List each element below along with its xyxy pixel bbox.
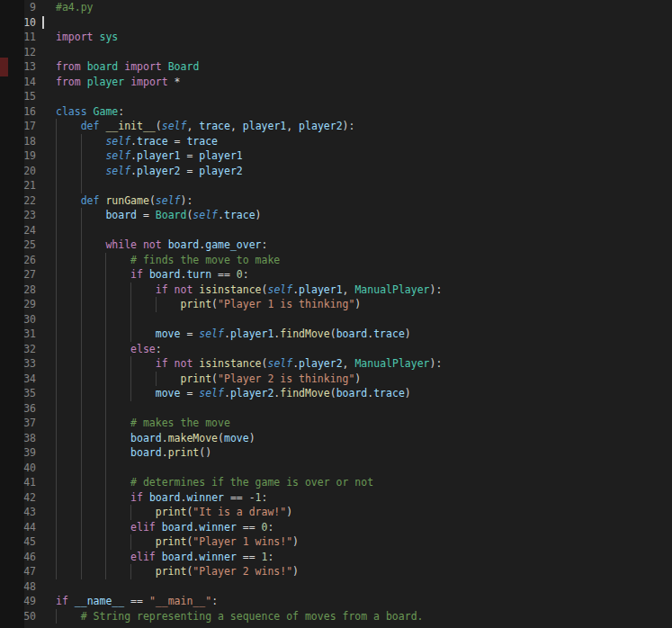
code-line-text[interactable]: while not board.game_over: — [36, 238, 267, 253]
line-number[interactable]: 41 — [0, 475, 36, 490]
code-line-text[interactable] — [36, 15, 56, 31]
code-line-text[interactable]: if __name__ == "__main__": — [36, 594, 218, 609]
code-line[interactable]: 36 — [0, 401, 672, 417]
code-line[interactable]: 15 — [0, 89, 672, 104]
code-line-text[interactable]: #a4.py — [36, 0, 94, 15]
line-number[interactable]: 22 — [0, 193, 36, 209]
code-line[interactable]: 33if not isinstance(self.player2, Manual… — [0, 356, 672, 372]
code-line[interactable]: 35move = self.player2.findMove(board.tra… — [0, 386, 672, 401]
line-number[interactable]: 25 — [0, 238, 36, 253]
line-number[interactable]: 10 — [0, 15, 36, 31]
line-number[interactable]: 37 — [0, 416, 36, 431]
code-line[interactable]: 44elif board.winner == 0: — [0, 520, 672, 535]
line-number[interactable]: 49 — [0, 594, 36, 609]
code-line-text[interactable]: board = Board(self.trace) — [36, 208, 262, 223]
code-line-text[interactable] — [36, 312, 156, 327]
code-line[interactable]: 20self.player2 = player2 — [0, 164, 672, 179]
code-line-text[interactable]: # determines if the game is over or not — [36, 475, 373, 490]
code-line-text[interactable]: self.player2 = player2 — [36, 164, 243, 179]
line-number[interactable]: 15 — [0, 89, 36, 104]
code-line[interactable]: 28if not isinstance(self.player1, Manual… — [0, 283, 672, 298]
code-line-text[interactable]: board.makeMove(move) — [36, 431, 255, 446]
code-line[interactable]: 49if __name__ == "__main__": — [0, 594, 672, 609]
code-line[interactable]: 37# makes the move — [0, 416, 672, 431]
code-line-text[interactable]: print("Player 1 wins!") — [36, 534, 299, 550]
line-number[interactable]: 36 — [0, 401, 36, 417]
code-line[interactable]: 10 — [0, 15, 672, 31]
line-number[interactable]: 14 — [0, 75, 36, 90]
code-line[interactable]: 18self.trace = trace — [0, 134, 672, 149]
code-line-text[interactable]: def runGame(self): — [36, 193, 193, 209]
code-line-text[interactable]: print("It is a draw!") — [36, 505, 292, 520]
code-line[interactable]: 50# String representing a sequence of mo… — [0, 609, 672, 624]
code-line-text[interactable]: else: — [36, 342, 162, 357]
code-line-text[interactable] — [36, 45, 56, 60]
code-line[interactable]: 22def runGame(self): — [0, 193, 672, 209]
line-number[interactable]: 48 — [0, 579, 36, 595]
code-line[interactable]: 38board.makeMove(move) — [0, 431, 672, 446]
code-line-text[interactable]: if board.winner == -1: — [36, 490, 267, 506]
code-line[interactable]: 29print("Player 1 is thinking") — [0, 297, 672, 312]
line-number[interactable]: 35 — [0, 386, 36, 401]
line-number[interactable]: 38 — [0, 431, 36, 446]
line-number[interactable]: 27 — [0, 267, 36, 283]
code-line[interactable]: 48 — [0, 579, 672, 595]
code-line-text[interactable] — [36, 579, 56, 595]
line-number[interactable]: 11 — [0, 30, 36, 45]
code-line-text[interactable]: elif board.winner == 0: — [36, 520, 273, 535]
code-line-text[interactable] — [36, 461, 130, 476]
code-line-text[interactable] — [36, 223, 105, 238]
line-number[interactable]: 50 — [0, 609, 36, 624]
line-number[interactable]: 23 — [0, 208, 36, 223]
line-number[interactable]: 42 — [0, 490, 36, 506]
line-number[interactable]: 34 — [0, 372, 36, 387]
code-line-text[interactable]: if not isinstance(self.player1, ManualPl… — [36, 283, 442, 298]
line-number[interactable]: 28 — [0, 283, 36, 298]
code-line[interactable]: 47print("Player 2 wins!") — [0, 564, 672, 579]
line-number[interactable]: 43 — [0, 505, 36, 520]
code-line[interactable]: 17def __init__(self, trace, player1, pla… — [0, 119, 672, 134]
code-line[interactable]: 13from board import Board — [0, 59, 672, 75]
code-line-text[interactable]: import sys — [36, 30, 118, 45]
code-line-text[interactable]: # finds the move to make — [36, 253, 280, 268]
line-number[interactable]: 45 — [0, 534, 36, 550]
code-line-text[interactable] — [36, 401, 130, 417]
line-number[interactable]: 40 — [0, 461, 36, 476]
code-line[interactable]: 19self.player1 = player1 — [0, 148, 672, 164]
code-line-text[interactable]: self.player1 = player1 — [36, 148, 243, 164]
code-line[interactable]: 41# determines if the game is over or no… — [0, 475, 672, 490]
line-number[interactable]: 21 — [0, 178, 36, 193]
code-line[interactable]: 45print("Player 1 wins!") — [0, 534, 672, 550]
code-line-text[interactable]: def __init__(self, trace, player1, playe… — [36, 119, 354, 134]
code-line[interactable]: 9#a4.py — [0, 0, 672, 15]
code-line[interactable]: 21 — [0, 178, 672, 193]
code-line-text[interactable]: print("Player 2 is thinking") — [36, 372, 361, 387]
code-line[interactable]: 11import sys — [0, 30, 672, 45]
code-line[interactable]: 46elif board.winner == 1: — [0, 550, 672, 565]
line-number[interactable]: 24 — [0, 223, 36, 238]
line-number[interactable]: 17 — [0, 119, 36, 134]
code-line-text[interactable]: class Game: — [36, 104, 124, 120]
code-line-text[interactable]: self.trace = trace — [36, 134, 218, 149]
code-line-text[interactable]: elif board.winner == 1: — [36, 550, 273, 565]
line-number[interactable]: 32 — [0, 342, 36, 357]
line-number[interactable]: 19 — [0, 148, 36, 164]
code-line[interactable]: 31move = self.player1.findMove(board.tra… — [0, 327, 672, 342]
code-line[interactable]: 34print("Player 2 is thinking") — [0, 372, 672, 387]
code-line[interactable]: 32else: — [0, 342, 672, 357]
code-line[interactable]: 42if board.winner == -1: — [0, 490, 672, 506]
code-line[interactable]: 43print("It is a draw!") — [0, 505, 672, 520]
line-number[interactable]: 29 — [0, 297, 36, 312]
code-line[interactable]: 12 — [0, 45, 672, 60]
code-line-text[interactable]: from player import * — [36, 75, 181, 90]
code-line-text[interactable]: move = self.player1.findMove(board.trace… — [36, 327, 411, 342]
code-line-text[interactable]: print("Player 2 wins!") — [36, 564, 299, 579]
code-line[interactable]: 23board = Board(self.trace) — [0, 208, 672, 223]
code-line[interactable]: 30 — [0, 312, 672, 327]
code-line[interactable]: 24 — [0, 223, 672, 238]
code-line-text[interactable]: move = self.player2.findMove(board.trace… — [36, 386, 411, 401]
code-line-text[interactable]: if not isinstance(self.player2, ManualPl… — [36, 356, 442, 372]
code-line[interactable]: 40 — [0, 461, 672, 476]
line-number[interactable]: 26 — [0, 253, 36, 268]
line-number[interactable]: 20 — [0, 164, 36, 179]
